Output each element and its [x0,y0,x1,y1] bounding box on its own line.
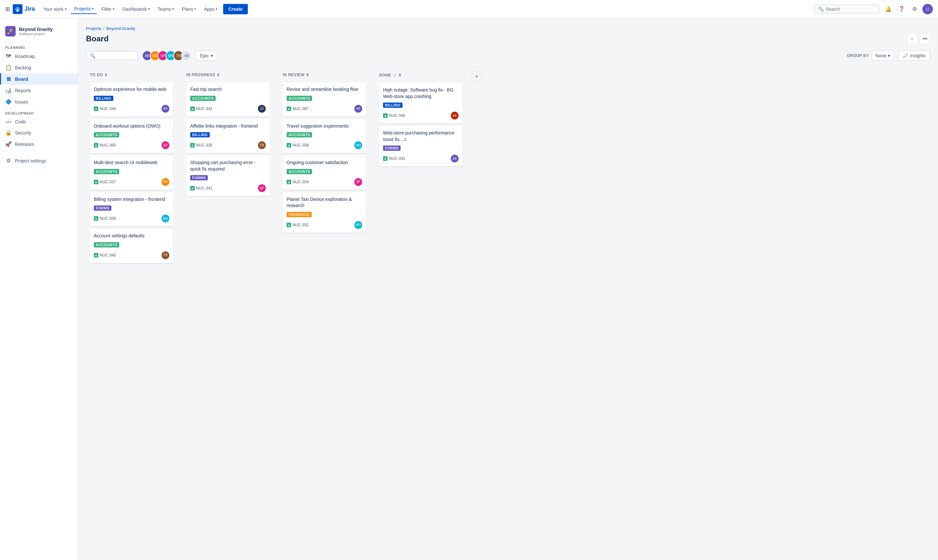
task-card[interactable]: Fast trip search ACCOUNTS ▲ NUC-342 JD [186,82,270,117]
code-icon: </> [5,120,12,125]
group-by-select[interactable]: None ▾ [872,51,894,61]
sidebar-item-backlog[interactable]: 📋 Backlog [0,62,78,73]
epic-button[interactable]: Epic ▾ [196,51,217,61]
task-card[interactable]: Revise and streamline booking flow ACCOU… [283,82,366,117]
card-issue: ▲ NUC-367 [286,106,309,111]
avatar-overflow[interactable]: +3 [181,51,191,61]
planning-label: PLANNING [0,42,78,51]
card-avatar: AK [162,105,169,113]
issue-icon: ▲ [94,216,99,221]
issue-id: NUC-339 [100,216,116,221]
logo[interactable]: Jira [13,4,35,14]
card-issue: ▲ NUC-340 [94,253,116,257]
card-title: Affelite links integration - frontend [190,123,266,129]
security-icon: 🔒 [5,129,12,136]
card-title: Billing system integration - frontend [94,196,169,203]
nav-projects[interactable]: Projects▾ [71,4,97,14]
task-card[interactable]: Ongoing customer satisfaction ACCOUNTS ▲… [283,155,366,190]
card-avatar: VK [451,112,459,120]
add-column-button[interactable]: + [471,71,482,82]
task-card[interactable]: Multi-dest search UI mobileweb ACCOUNTS … [90,155,173,190]
sidebar-item-security[interactable]: 🔒 Security [0,127,78,138]
task-card[interactable]: Onboard workout options (OWO) ACCOUNTS ▲… [90,119,173,153]
column-title-inreview: IN REVIEW [283,72,305,77]
sidebar-item-project-settings[interactable]: ⚙ Project settings [0,155,78,166]
sidebar-item-roadmap[interactable]: 🗺 Roadmap [0,51,78,62]
task-card[interactable]: Shopping cart purchasing error - quick f… [186,155,270,196]
epic-label: Epic [200,53,209,58]
column-done: DONE ✓ 6 High outage: Software bug fix -… [375,68,467,173]
dev-label: DEVELOPMENT [0,108,78,117]
card-title: Onboard workout options (OWO) [94,123,169,129]
nav-dashboards[interactable]: Dashboards▾ [119,5,153,14]
card-issue: ▲ NUC-339 [94,216,116,221]
project-name: Beyond Gravity [19,27,52,32]
nav-plans[interactable]: Plans▾ [179,5,199,14]
search-input[interactable] [826,6,871,12]
topnav: ⊞ Jira Your work▾ Projects▾ Filter▾ Dash… [0,0,938,18]
help-button[interactable]: ❓ [896,4,907,14]
sidebar-item-releases[interactable]: 🚀 Releases [0,138,78,150]
sidebar-item-reports[interactable]: 📊 Reports [0,85,78,96]
card-tag: ACCOUNTS [94,132,119,137]
card-avatar: JD [258,105,266,113]
grid-icon[interactable]: ⊞ [5,6,10,13]
avatar-group: AK RK SP MN TR +3 [142,51,191,61]
board-columns: TO DO 6 Optimize experience for mobile w… [86,68,930,269]
card-tag: BILLING [383,103,402,108]
card-tag: ACCOUNTS [286,132,312,137]
notifications-button[interactable]: 🔔 [883,4,894,14]
project-icon: 🚀 [5,26,15,37]
board-search-icon: 🔍 [90,53,95,58]
card-avatar: SP [354,178,362,186]
sidebar-item-issues[interactable]: 🔷 Issues [0,96,78,108]
search-box[interactable]: 🔍 [814,5,879,14]
card-title: High outage: Software bug fix - BG Web-s… [383,87,459,100]
column-header-done: DONE ✓ 6 [379,71,462,79]
nav-your-work[interactable]: Your work▾ [40,5,70,14]
board-search-box[interactable]: 🔍 [86,51,138,60]
card-issue: ▲ NUC-340 [383,113,405,118]
card-title: Shopping cart purchasing error - quick f… [190,160,266,172]
issue-icon: ▲ [286,106,291,111]
main-layout: 🚀 Beyond Gravity Software project PLANNI… [0,18,938,560]
task-card[interactable]: Account settings defaults ACCOUNTS ▲ NUC… [90,229,173,263]
issue-icon: ▲ [286,223,291,227]
star-button[interactable]: ☆ [907,34,917,44]
task-card[interactable]: Affelite links integration - frontend BI… [186,119,270,153]
card-avatar: RK [162,178,169,186]
nav-teams[interactable]: Teams▾ [154,5,177,14]
board-search-input[interactable] [97,53,137,58]
task-card[interactable]: Travel suggestion experiments ACCOUNTS ▲… [283,119,366,153]
more-button[interactable]: ••• [920,34,930,44]
breadcrumb-projects[interactable]: Projects [86,26,101,31]
issue-id: NUC-335 [196,143,213,148]
task-card[interactable]: Optimize experience for mobile web BILLI… [90,82,173,117]
settings-button[interactable]: ⚙ [909,4,920,14]
nav-apps[interactable]: Apps▾ [201,5,220,14]
task-card[interactable]: Billing system integration - frontend FO… [90,192,173,227]
column-title-inprogress: IN PROGRESS [186,72,215,77]
issue-icon: ▲ [94,180,99,184]
issue-id: NUC-358 [293,143,309,148]
task-card[interactable]: Web-store purchasing performance issue f… [379,126,462,166]
logo-text: Jira [25,6,35,12]
task-card[interactable]: Planet Taxi Device exploration & researc… [283,192,366,233]
insights-button[interactable]: 📈 Insights [898,51,930,61]
breadcrumb-project[interactable]: Beyond Gravity [106,26,136,31]
card-avatar: SP [162,141,169,149]
column-title-done: DONE [379,73,391,77]
card-issue: ▲ NUC-354 [286,180,309,184]
nav-filter[interactable]: Filter▾ [98,5,117,14]
user-avatar[interactable]: U [923,4,933,14]
sidebar-item-board[interactable]: ⊞ Board [0,73,78,85]
sidebar-item-code[interactable]: </> Code [0,117,78,127]
card-tag: FORMS [383,146,400,151]
column-header-todo: TO DO 6 [90,71,173,78]
card-title: Revise and streamline booking flow [286,86,362,93]
issue-id: NUC-360 [100,143,116,148]
project-header[interactable]: 🚀 Beyond Gravity Software project [0,23,78,42]
create-button[interactable]: Create [223,4,248,14]
task-card[interactable]: High outage: Software bug fix - BG Web-s… [379,83,462,123]
card-title: Multi-dest search UI mobileweb [94,160,169,166]
